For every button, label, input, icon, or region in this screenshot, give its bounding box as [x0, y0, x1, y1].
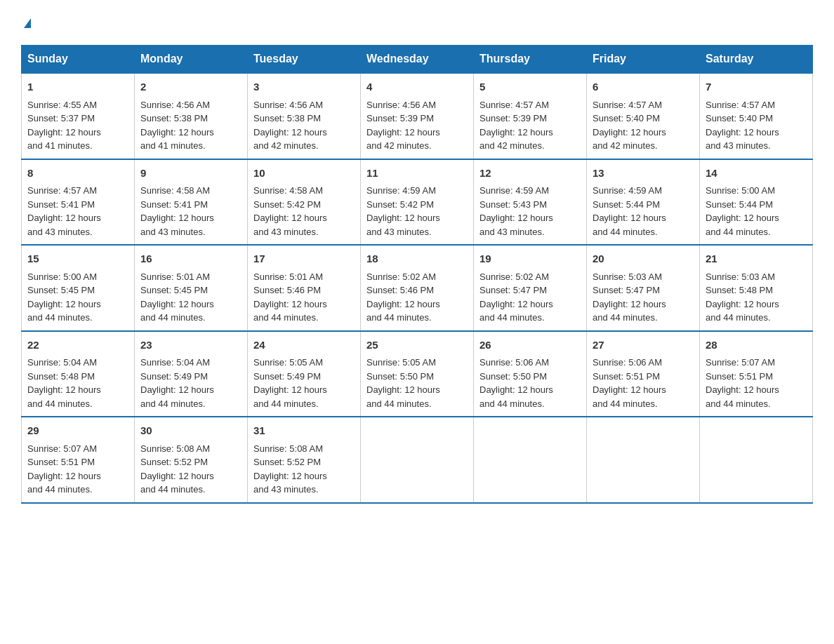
- day-number: 12: [479, 166, 581, 182]
- sunset-label: Sunset: 5:38 PM: [253, 113, 321, 123]
- day-number: 14: [706, 166, 807, 182]
- daylight-detail: and 44 minutes.: [706, 227, 771, 237]
- daylight-detail: and 44 minutes.: [253, 312, 319, 323]
- daylight-label: Daylight: 12 hours: [27, 299, 101, 309]
- calendar-week-row: 29 Sunrise: 5:07 AM Sunset: 5:51 PM Dayl…: [22, 417, 813, 503]
- sunrise-label: Sunrise: 5:02 AM: [479, 271, 549, 282]
- daylight-label: Daylight: 12 hours: [27, 213, 101, 223]
- calendar-cell: 10 Sunrise: 4:58 AM Sunset: 5:42 PM Dayl…: [248, 159, 361, 246]
- daylight-detail: and 44 minutes.: [706, 398, 771, 409]
- calendar-cell: 11 Sunrise: 4:59 AM Sunset: 5:42 PM Dayl…: [361, 159, 474, 246]
- calendar-cell: 17 Sunrise: 5:01 AM Sunset: 5:46 PM Dayl…: [248, 245, 361, 331]
- daylight-detail: and 44 minutes.: [479, 312, 545, 323]
- sunset-label: Sunset: 5:51 PM: [27, 457, 95, 467]
- sunset-label: Sunset: 5:49 PM: [140, 371, 208, 382]
- sunset-label: Sunset: 5:49 PM: [253, 371, 321, 382]
- day-number: 1: [27, 79, 128, 95]
- sunset-label: Sunset: 5:41 PM: [27, 199, 95, 210]
- calendar-cell: 20 Sunrise: 5:03 AM Sunset: 5:47 PM Dayl…: [587, 245, 700, 331]
- calendar-cell: 23 Sunrise: 5:04 AM Sunset: 5:49 PM Dayl…: [135, 331, 248, 417]
- daylight-label: Daylight: 12 hours: [479, 384, 553, 395]
- day-number: 21: [706, 251, 807, 267]
- calendar-cell: 16 Sunrise: 5:01 AM Sunset: 5:45 PM Dayl…: [135, 245, 248, 331]
- day-number: 5: [479, 79, 581, 95]
- calendar-cell: 18 Sunrise: 5:02 AM Sunset: 5:46 PM Dayl…: [361, 245, 474, 331]
- day-number: 31: [253, 423, 355, 439]
- daylight-detail: and 42 minutes.: [253, 140, 319, 151]
- calendar-cell: 31 Sunrise: 5:08 AM Sunset: 5:52 PM Dayl…: [248, 417, 361, 503]
- day-number: 23: [140, 337, 241, 354]
- calendar-week-row: 22 Sunrise: 5:04 AM Sunset: 5:48 PM Dayl…: [22, 331, 813, 417]
- daylight-label: Daylight: 12 hours: [253, 384, 327, 395]
- daylight-label: Daylight: 12 hours: [366, 299, 440, 309]
- calendar-header-row: SundayMondayTuesdayWednesdayThursdayFrid…: [22, 46, 813, 74]
- sunset-label: Sunset: 5:51 PM: [706, 371, 773, 382]
- sunrise-label: Sunrise: 5:02 AM: [366, 271, 436, 282]
- day-number: 25: [366, 337, 468, 354]
- calendar-cell: 2 Sunrise: 4:56 AM Sunset: 5:38 PM Dayli…: [135, 73, 248, 159]
- calendar-cell: 9 Sunrise: 4:58 AM Sunset: 5:41 PM Dayli…: [135, 159, 248, 246]
- calendar-day-header: Wednesday: [361, 46, 474, 74]
- day-number: 10: [253, 166, 355, 182]
- sunrise-label: Sunrise: 5:01 AM: [253, 271, 323, 282]
- daylight-label: Daylight: 12 hours: [479, 299, 553, 309]
- sunrise-label: Sunrise: 4:58 AM: [253, 185, 323, 196]
- daylight-detail: and 43 minutes.: [253, 227, 319, 237]
- calendar-cell: 30 Sunrise: 5:08 AM Sunset: 5:52 PM Dayl…: [135, 417, 248, 503]
- daylight-label: Daylight: 12 hours: [27, 127, 101, 137]
- sunrise-label: Sunrise: 4:57 AM: [27, 185, 97, 196]
- calendar-day-header: Monday: [135, 46, 248, 74]
- sunrise-label: Sunrise: 5:00 AM: [27, 271, 97, 282]
- calendar-cell: 26 Sunrise: 5:06 AM Sunset: 5:50 PM Dayl…: [474, 331, 587, 417]
- calendar-day-header: Sunday: [22, 46, 135, 74]
- calendar-cell: [587, 417, 700, 503]
- calendar-day-header: Thursday: [474, 46, 587, 74]
- daylight-detail: and 43 minutes.: [706, 140, 771, 151]
- calendar-cell: 8 Sunrise: 4:57 AM Sunset: 5:41 PM Dayli…: [22, 159, 135, 246]
- sunrise-label: Sunrise: 4:55 AM: [27, 100, 97, 110]
- sunset-label: Sunset: 5:40 PM: [706, 113, 773, 123]
- daylight-detail: and 44 minutes.: [593, 227, 658, 237]
- sunset-label: Sunset: 5:51 PM: [593, 371, 660, 382]
- daylight-label: Daylight: 12 hours: [253, 471, 327, 481]
- sunset-label: Sunset: 5:41 PM: [140, 199, 208, 210]
- daylight-detail: and 43 minutes.: [27, 227, 93, 237]
- calendar-cell: 27 Sunrise: 5:06 AM Sunset: 5:51 PM Dayl…: [587, 331, 700, 417]
- daylight-detail: and 44 minutes.: [140, 398, 206, 409]
- sunrise-label: Sunrise: 4:59 AM: [366, 185, 436, 196]
- sunset-label: Sunset: 5:47 PM: [479, 285, 547, 295]
- daylight-detail: and 44 minutes.: [593, 398, 658, 409]
- daylight-detail: and 42 minutes.: [366, 140, 432, 151]
- sunrise-label: Sunrise: 4:57 AM: [479, 100, 549, 110]
- day-number: 3: [253, 79, 355, 95]
- calendar-cell: 29 Sunrise: 5:07 AM Sunset: 5:51 PM Dayl…: [22, 417, 135, 503]
- daylight-label: Daylight: 12 hours: [140, 299, 214, 309]
- calendar-cell: 21 Sunrise: 5:03 AM Sunset: 5:48 PM Dayl…: [700, 245, 813, 331]
- day-number: 6: [593, 79, 694, 95]
- daylight-label: Daylight: 12 hours: [140, 127, 214, 137]
- day-number: 22: [27, 337, 128, 354]
- sunset-label: Sunset: 5:37 PM: [27, 113, 95, 123]
- sunset-label: Sunset: 5:45 PM: [140, 285, 208, 295]
- sunrise-label: Sunrise: 5:01 AM: [140, 271, 210, 282]
- calendar-cell: 12 Sunrise: 4:59 AM Sunset: 5:43 PM Dayl…: [474, 159, 587, 246]
- daylight-label: Daylight: 12 hours: [27, 471, 101, 481]
- sunset-label: Sunset: 5:48 PM: [27, 371, 95, 382]
- sunset-label: Sunset: 5:39 PM: [366, 113, 434, 123]
- sunset-label: Sunset: 5:48 PM: [706, 285, 773, 295]
- day-number: 30: [140, 423, 241, 439]
- calendar-cell: 15 Sunrise: 5:00 AM Sunset: 5:45 PM Dayl…: [22, 245, 135, 331]
- daylight-label: Daylight: 12 hours: [366, 127, 440, 137]
- sunrise-label: Sunrise: 4:59 AM: [593, 185, 662, 196]
- day-number: 18: [366, 251, 468, 267]
- calendar-week-row: 15 Sunrise: 5:00 AM Sunset: 5:45 PM Dayl…: [22, 245, 813, 331]
- sunset-label: Sunset: 5:44 PM: [593, 199, 660, 210]
- daylight-detail: and 44 minutes.: [27, 484, 93, 495]
- sunset-label: Sunset: 5:50 PM: [366, 371, 434, 382]
- calendar-cell: 4 Sunrise: 4:56 AM Sunset: 5:39 PM Dayli…: [361, 73, 474, 159]
- daylight-label: Daylight: 12 hours: [253, 127, 327, 137]
- daylight-label: Daylight: 12 hours: [27, 384, 101, 395]
- page-header: [21, 14, 813, 31]
- sunrise-label: Sunrise: 5:08 AM: [253, 443, 323, 454]
- daylight-label: Daylight: 12 hours: [593, 127, 666, 137]
